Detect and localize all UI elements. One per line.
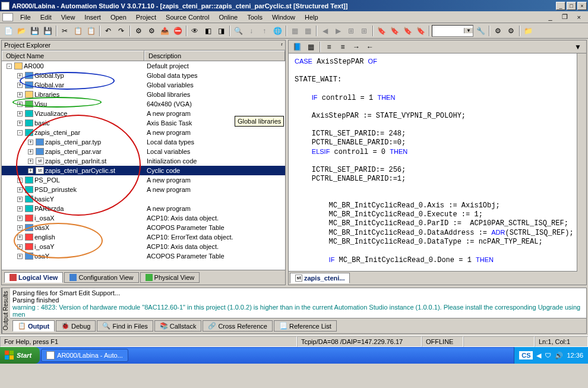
ed-dropdown-icon[interactable]: ▼: [572, 41, 584, 53]
tree-item[interactable]: +stzapis_cteni_parCyclic.stCyclic code: [2, 166, 285, 175]
tree-item[interactable]: +i_osaYACP10: Axis data object.: [2, 242, 285, 251]
tb-btn-c[interactable]: ▦: [289, 25, 301, 37]
ed-btn-f[interactable]: ←: [364, 41, 376, 53]
menu-file[interactable]: File: [15, 12, 36, 22]
expand-icon[interactable]: +: [17, 216, 23, 221]
back-button[interactable]: ◀: [319, 25, 331, 37]
bookmark-prev[interactable]: 🔖: [402, 25, 413, 37]
expand-icon[interactable]: +: [17, 235, 23, 240]
tree-item[interactable]: +PS_POLA new program: [2, 175, 285, 185]
transfer-button[interactable]: 📤: [159, 25, 170, 37]
tab-debug[interactable]: 🐞Debug: [56, 320, 96, 332]
tb-btn-j[interactable]: 📁: [522, 25, 534, 37]
tb-btn-i[interactable]: ⚙: [505, 25, 517, 37]
tab-crossref[interactable]: 🔗Cross Reference: [203, 320, 273, 332]
minimize-button[interactable]: _: [556, 2, 565, 10]
redo-button[interactable]: ↷: [115, 25, 127, 37]
save-button[interactable]: 💾: [29, 25, 40, 37]
start-button[interactable]: Start: [0, 347, 40, 364]
output-text[interactable]: Parsing files for Smart Edit Support... …: [10, 288, 586, 318]
ed-btn-d[interactable]: ≡: [337, 41, 349, 53]
tab-configuration-view[interactable]: Configuration View: [64, 272, 138, 283]
expand-icon[interactable]: +: [28, 168, 33, 174]
monitor-button[interactable]: 👁: [189, 25, 201, 37]
menu-sourcecontrol[interactable]: Source Control: [161, 12, 214, 22]
editor-scrollbar[interactable]: [577, 53, 586, 272]
toolbar-combo[interactable]: ▼: [432, 25, 473, 37]
expand-icon[interactable]: +: [17, 102, 23, 107]
expand-icon[interactable]: +: [17, 225, 23, 231]
expand-icon[interactable]: +: [17, 73, 23, 78]
close-button[interactable]: ×: [577, 2, 587, 10]
new-button[interactable]: 📄: [2, 25, 14, 37]
copy-button[interactable]: 📋: [72, 25, 84, 37]
tb-btn-h[interactable]: ⚙: [492, 25, 504, 37]
cut-button[interactable]: ✂: [59, 25, 71, 37]
tb-btn-g[interactable]: 🔧: [475, 25, 486, 37]
tree-item[interactable]: +basicY: [2, 194, 285, 204]
tree-item[interactable]: +Global.varGlobal variables: [2, 80, 285, 90]
tree-item[interactable]: +stzapis_cteni_parInit.stInitialization …: [2, 156, 285, 166]
globe-button[interactable]: 🌐: [271, 25, 283, 37]
tree-item[interactable]: +zapis_cteni_par.typLocal data types: [2, 137, 285, 147]
menu-window[interactable]: Window: [267, 12, 300, 22]
tray-clock[interactable]: 12:36: [567, 352, 583, 359]
menu-edit[interactable]: Edit: [36, 12, 56, 22]
tab-logical-view[interactable]: Logical View: [4, 272, 63, 283]
expand-icon[interactable]: +: [17, 197, 23, 202]
col-objectname[interactable]: Object Name: [2, 51, 144, 61]
tray-icon[interactable]: 🔊: [555, 352, 563, 359]
menu-help[interactable]: Help: [300, 12, 323, 22]
tree-item[interactable]: +zapis_cteni_par.varLocal variables: [2, 147, 285, 156]
expand-icon[interactable]: +: [17, 187, 23, 193]
tree-item[interactable]: +i_osaXACP10: Axis data object.: [2, 213, 285, 223]
tab-physical-view[interactable]: Physical View: [140, 272, 200, 283]
undo-button[interactable]: ↶: [102, 25, 114, 37]
mdi-close-button[interactable]: ×: [573, 12, 586, 22]
expand-icon[interactable]: +: [17, 254, 23, 259]
expand-icon[interactable]: +: [17, 244, 23, 250]
expand-icon[interactable]: +: [28, 149, 33, 154]
tree-item[interactable]: -AR000Default project: [2, 61, 285, 71]
menu-open[interactable]: Open: [106, 12, 131, 22]
taskbar-app-button[interactable]: AR000/Labina - Auto...: [41, 349, 128, 362]
expand-icon[interactable]: +: [28, 159, 33, 164]
rebuild-button[interactable]: ⚙: [146, 25, 157, 37]
tb-btn-d[interactable]: ▦: [302, 25, 314, 37]
menu-online[interactable]: Online: [214, 12, 242, 22]
tree-item[interactable]: +Global.typGlobal data types: [2, 71, 285, 80]
build-button[interactable]: ⚙: [132, 25, 144, 37]
tree-item[interactable]: +PARbrzdaA new program: [2, 204, 285, 213]
tree-item[interactable]: +englishACP10: ErrorText data object.: [2, 232, 285, 242]
expand-icon[interactable]: +: [17, 178, 23, 183]
tab-reflist[interactable]: 📃Reference List: [274, 320, 337, 332]
menu-project[interactable]: Project: [131, 12, 161, 22]
explorer-close-icon[interactable]: r: [281, 42, 283, 49]
tb-btn-b[interactable]: ◨: [215, 25, 227, 37]
ed-btn-a[interactable]: 📘: [291, 41, 303, 53]
tree-item[interactable]: +LibrariesGlobal libraries: [2, 90, 285, 99]
system-tray[interactable]: CS ◀ 🛡 🔊 12:36: [514, 347, 588, 364]
expand-icon[interactable]: +: [28, 140, 33, 145]
explorer-tree[interactable]: -AR000Default project+Global.typGlobal d…: [2, 61, 285, 270]
expand-icon[interactable]: +: [17, 206, 23, 212]
expand-icon[interactable]: +: [17, 83, 23, 88]
bookmark-next[interactable]: 🔖: [388, 25, 400, 37]
tree-item[interactable]: +osaYACOPOS Parameter Table: [2, 251, 285, 261]
ed-btn-e[interactable]: →: [350, 41, 362, 53]
tree-item[interactable]: +oasXACOPOS Parameter Table: [2, 223, 285, 232]
expand-icon[interactable]: -: [17, 130, 23, 135]
findprev-button[interactable]: ↑: [258, 25, 270, 37]
bookmark-button[interactable]: 🔖: [375, 25, 387, 37]
tab-output[interactable]: 📋Output: [12, 320, 55, 332]
menu-view[interactable]: View: [56, 12, 80, 22]
expand-icon[interactable]: -: [7, 64, 12, 69]
tb-btn-e[interactable]: ⊞: [345, 25, 357, 37]
maximize-button[interactable]: □: [567, 2, 576, 10]
expand-icon[interactable]: +: [17, 121, 23, 126]
language-indicator[interactable]: CS: [519, 351, 533, 359]
mdi-restore-button[interactable]: ❐: [557, 12, 573, 22]
tray-icon[interactable]: 🛡: [545, 352, 551, 359]
saveall-button[interactable]: 💾: [42, 25, 53, 37]
tab-findinfiles[interactable]: 🔍Find in Files: [97, 320, 153, 332]
